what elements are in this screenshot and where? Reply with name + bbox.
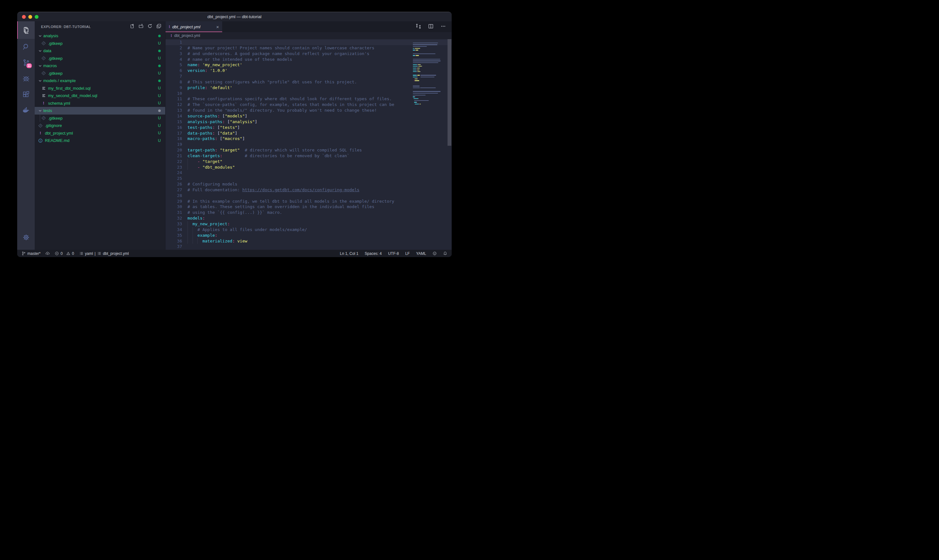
- code-line-24[interactable]: 24: [166, 170, 452, 175]
- gear-icon[interactable]: [17, 229, 35, 245]
- new-folder-icon[interactable]: [139, 23, 143, 30]
- debug-icon[interactable]: [17, 71, 35, 86]
- code-line-25[interactable]: 25: [166, 175, 452, 182]
- tree-item-models-example[interactable]: models / example: [35, 77, 165, 85]
- line-number: 4: [166, 57, 188, 62]
- code-line-22[interactable]: 22 - "target": [166, 159, 452, 165]
- search-icon[interactable]: [17, 39, 35, 55]
- code-line-17[interactable]: 17data-paths: ["data"]: [166, 131, 452, 136]
- git-modified-dot: [158, 49, 161, 53]
- tree-item-analysis[interactable]: analysis: [35, 32, 165, 40]
- code-line-14[interactable]: 14source-paths: ["models"]: [166, 113, 452, 119]
- publish-button[interactable]: [46, 251, 50, 255]
- editor-scrollbar[interactable]: [447, 39, 452, 250]
- indent-guide: [188, 165, 188, 170]
- line-number: 6: [166, 68, 188, 74]
- editor-mode-status[interactable]: yaml | dbt_project.yml: [79, 251, 129, 256]
- eol-status[interactable]: LF: [405, 251, 409, 256]
- tree-item-schema-yml[interactable]: !schema.ymlU: [35, 100, 165, 107]
- close-tab-icon[interactable]: ×: [216, 25, 219, 29]
- code-line-33[interactable]: 33 my_new_project:: [166, 221, 452, 227]
- more-actions-icon[interactable]: [440, 23, 446, 30]
- code-line-11[interactable]: 11# These configurations specify where d…: [166, 96, 452, 102]
- code-line-16[interactable]: 16test-paths: ["tests"]: [166, 125, 452, 131]
- indent-guide: [188, 227, 188, 232]
- code-line-35[interactable]: 35 example:: [166, 232, 452, 238]
- tree-item-data[interactable]: data: [35, 47, 165, 55]
- code-line-34[interactable]: 34 # Applies to all files under models/e…: [166, 227, 452, 232]
- code-line-27[interactable]: 27# Full documentation: https://docs.get…: [166, 187, 452, 193]
- code-line-7[interactable]: 7: [166, 74, 452, 79]
- code-line-9[interactable]: 9profile: 'default': [166, 85, 452, 91]
- code-editor[interactable]: 12# Name your project! Project names sho…: [166, 39, 452, 250]
- explorer-sidebar: EXPLORER: DBT-TUTORIAL analysis.gitkeepU…: [35, 21, 166, 250]
- tree-item-gitkeep[interactable]: .gitkeepU: [35, 40, 165, 48]
- code-line-21[interactable]: 21clean-targets: # directories to be rem…: [166, 153, 452, 159]
- code-line-4[interactable]: 4# name or the intended use of these mod…: [166, 57, 452, 62]
- breadcrumb[interactable]: ! dbt_project.yml: [166, 32, 452, 39]
- line-number: 19: [166, 142, 188, 147]
- code-line-10[interactable]: 10: [166, 91, 452, 96]
- code-line-13[interactable]: 13# found in the "models/" directory. Yo…: [166, 108, 452, 113]
- new-file-icon[interactable]: [129, 23, 135, 30]
- code-line-37[interactable]: 37: [166, 244, 452, 249]
- tree-item-tests[interactable]: tests: [35, 107, 165, 115]
- tree-item-gitkeep[interactable]: .gitkeepU: [35, 115, 165, 122]
- code-line-6[interactable]: 6version: '1.0.0': [166, 68, 452, 74]
- tab-dbt-project-yml[interactable]: ! dbt_project.yml ×: [166, 21, 222, 32]
- feedback-smiley-icon[interactable]: [433, 251, 437, 255]
- tree-item-readme-md[interactable]: README.mdU: [35, 137, 165, 145]
- code-line-19[interactable]: 19: [166, 142, 452, 147]
- code-line-5[interactable]: 5name: 'my_new_project': [166, 62, 452, 68]
- tree-item-gitkeep[interactable]: .gitkeepU: [35, 55, 165, 62]
- code-line-23[interactable]: 23 - "dbt_modules": [166, 165, 452, 170]
- line-number: 29: [166, 198, 188, 204]
- encoding-status[interactable]: UTF-8: [388, 251, 399, 256]
- problems-status[interactable]: 0 0: [55, 251, 74, 256]
- extensions-icon[interactable]: [17, 86, 35, 103]
- tree-item-my-first-dbt-model-sql[interactable]: my_first_dbt_model.sqlU: [35, 85, 165, 92]
- open-changes-icon[interactable]: [416, 23, 421, 30]
- code-line-28[interactable]: 28: [166, 193, 452, 198]
- bell-icon[interactable]: [443, 251, 447, 255]
- code-line-3[interactable]: 3# and underscores. A good package name …: [166, 51, 452, 57]
- minimize-window-button[interactable]: [28, 15, 32, 19]
- branch-status[interactable]: master*: [22, 251, 40, 256]
- explorer-icon[interactable]: [17, 21, 35, 39]
- code-line-32[interactable]: 32models:: [166, 215, 452, 221]
- docker-icon[interactable]: [17, 103, 35, 118]
- collapse-folders-icon[interactable]: [156, 23, 162, 30]
- line-number: 13: [166, 108, 188, 113]
- tree-item-macros[interactable]: macros: [35, 62, 165, 70]
- close-window-button[interactable]: [22, 15, 26, 19]
- tree-item-my-second-dbt-model-sql[interactable]: my_second_dbt_model.sqlU: [35, 92, 165, 100]
- cursor-position[interactable]: Ln 1, Col 1: [340, 251, 359, 256]
- code-line-31[interactable]: 31# using the `{{ config(...) }}` macro.: [166, 210, 452, 215]
- tree-item-gitkeep[interactable]: .gitkeepU: [35, 70, 165, 77]
- code-line-26[interactable]: 26# Configuring models: [166, 182, 452, 187]
- code-line-12[interactable]: 12# The `source-paths` config, for examp…: [166, 102, 452, 108]
- minimap[interactable]: [412, 40, 447, 250]
- source-control-icon[interactable]: 11: [17, 55, 35, 71]
- tree-item-label: data: [43, 48, 51, 53]
- zoom-window-button[interactable]: [35, 15, 38, 19]
- code-line-15[interactable]: 15analysis-paths: ["analysis"]: [166, 119, 452, 125]
- language-status[interactable]: YAML: [416, 251, 426, 256]
- refresh-icon[interactable]: [147, 23, 152, 30]
- code-line-1[interactable]: 1: [166, 40, 452, 45]
- code-line-29[interactable]: 29# In this example config, we tell dbt …: [166, 198, 452, 204]
- code-line-20[interactable]: 20target-path: "target" # directory whic…: [166, 147, 452, 153]
- split-editor-icon[interactable]: [428, 23, 434, 30]
- code-line-36[interactable]: 36 materialized: view: [166, 238, 452, 244]
- code-line-30[interactable]: 30# as tables. These settings can be ove…: [166, 204, 452, 210]
- code-line-8[interactable]: 8# This setting configures which "profil…: [166, 79, 452, 85]
- git-status-badge: U: [158, 56, 161, 60]
- tab-bar: ! dbt_project.yml ×: [166, 21, 452, 32]
- code-line-18[interactable]: 18macro-paths: ["macros"]: [166, 136, 452, 142]
- tree-item-dbt-project-yml[interactable]: !dbt_project.ymlU: [35, 129, 165, 137]
- code-line-2[interactable]: 2# Name your project! Project names shou…: [166, 45, 452, 51]
- scrollbar-thumb[interactable]: [448, 39, 451, 146]
- indentation-status[interactable]: Spaces: 4: [365, 251, 382, 256]
- tree-item-gitignore[interactable]: .gitignoreU: [35, 122, 165, 129]
- git-status-badge: U: [158, 138, 161, 143]
